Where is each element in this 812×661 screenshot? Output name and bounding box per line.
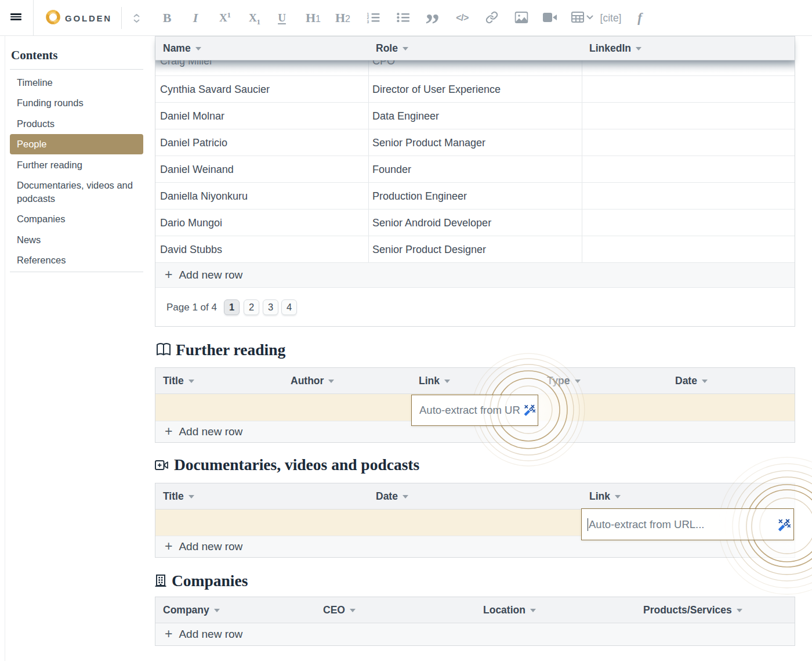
svg-text:3: 3 [367, 19, 369, 23]
svg-text:”: ” [425, 11, 440, 25]
